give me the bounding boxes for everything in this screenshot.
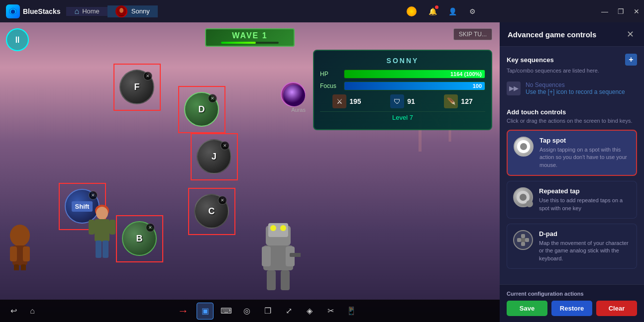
key-b-badge: ✕ <box>146 223 155 232</box>
key-sequences-section: Key sequences + Tap/combo sequences are … <box>507 54 637 99</box>
key-f-control[interactable]: ✕ F <box>119 70 154 104</box>
back-btn[interactable]: ↩ <box>5 303 22 320</box>
dpad-desc: Map the movement of your character or th… <box>539 240 631 262</box>
phone-btn[interactable]: 📱 <box>343 303 360 320</box>
tab-home-label: Home <box>82 7 100 15</box>
focus-fill <box>344 82 485 90</box>
window-controls: — ❐ ✕ <box>597 4 644 18</box>
clear-button[interactable]: Clear <box>596 301 637 316</box>
hud-title: SONNY <box>320 57 485 65</box>
key-c-badge: ✕ <box>218 196 227 205</box>
level-display: Level 7 <box>320 111 485 123</box>
hp-label: HP <box>320 71 340 78</box>
panel-title: Advanced game controls <box>508 30 596 39</box>
wave-hp-bar <box>221 42 279 44</box>
svg-rect-48 <box>521 238 525 242</box>
stat-speed-value: 127 <box>461 97 472 105</box>
shield-icon: 🛡 <box>390 94 404 108</box>
repeated-tap-icon <box>513 187 533 207</box>
repeated-tap-content: Repeated tap Use this to add repeated ta… <box>539 187 631 212</box>
home-btn[interactable]: ⌂ <box>24 303 41 320</box>
title-bar-left: BlueStacks ⌂ Home Sonny <box>0 4 289 18</box>
skip-button[interactable]: SKIP TU... <box>453 28 492 40</box>
bluestacks-logo[interactable]: BlueStacks <box>0 4 66 18</box>
panel-header: Advanced game controls ✕ <box>500 22 644 47</box>
svg-rect-47 <box>525 238 529 242</box>
svg-rect-36 <box>10 246 17 261</box>
svg-rect-46 <box>517 238 521 242</box>
restore-btn[interactable]: ❐ <box>613 4 628 18</box>
wave-banner: WAVE 1 <box>205 28 295 47</box>
key-c-control[interactable]: ✕ C <box>194 194 229 229</box>
tab-game[interactable]: Sonny <box>107 5 158 17</box>
svg-rect-30 <box>262 246 271 266</box>
key-b-control[interactable]: ✕ B <box>122 221 157 256</box>
config-title: Current configuration actions <box>507 291 637 297</box>
wave-label: WAVE 1 <box>221 31 279 40</box>
right-panel: Advanced game controls ✕ Key sequences +… <box>500 22 644 322</box>
panel-body: Key sequences + Tap/combo sequences are … <box>500 47 644 284</box>
stat-speed: 🪶 127 <box>444 94 472 108</box>
dpad-title: D-pad <box>539 230 631 238</box>
minimize-btn[interactable]: — <box>597 4 612 18</box>
keyboard-btn[interactable]: ⌨ <box>217 303 234 320</box>
settings-btn[interactable]: ⚙ <box>465 4 479 18</box>
profile-btn[interactable]: 👤 <box>445 4 459 18</box>
touch-controls-title: Add touch controls <box>507 108 637 116</box>
tab-home[interactable]: ⌂ Home <box>66 7 107 16</box>
tap-spot-desc: Assign tapping on a spot with this actio… <box>539 146 630 169</box>
svg-point-3 <box>119 8 123 13</box>
sequence-info: No Sequences Use the [+] icon to record … <box>526 81 625 95</box>
svg-point-16 <box>283 84 305 106</box>
svg-rect-22 <box>89 220 95 235</box>
repeated-tap-card[interactable]: Repeated tap Use this to add repeated ta… <box>507 181 637 219</box>
scissors-btn[interactable]: ✂ <box>322 303 339 320</box>
arrow-right-icon: → <box>178 305 189 318</box>
restore-button[interactable]: Restore <box>551 301 592 316</box>
add-touch-controls-section: Add touch controls Click or drag the act… <box>507 108 637 269</box>
hp-row: HP 1164 (100%) <box>320 70 485 79</box>
notification-btn[interactable]: 🔔 <box>426 4 439 18</box>
focus-value: 100 <box>473 83 482 89</box>
coin-display: ● <box>407 6 420 16</box>
no-sequences-hint: Use the [+] icon to record a sequence <box>526 88 625 95</box>
panel-close-btn[interactable]: ✕ <box>624 28 636 40</box>
touch-controls-sub: Click or drag the actions on the screen … <box>507 118 637 124</box>
close-btn[interactable]: ✕ <box>629 4 644 18</box>
key-sequences-title: Key sequences <box>507 56 554 64</box>
bottom-toolbar: ↩ ⌂ → ▣ ⌨ ◎ ❐ ⤢ ◈ ✂ 📱 <box>0 300 500 322</box>
svg-rect-45 <box>521 242 525 246</box>
hp-bar: 1164 (100%) <box>344 70 485 79</box>
tap-spot-card[interactable]: Tap spot Assign tapping on a spot with t… <box>507 130 637 176</box>
key-j-label: J <box>212 152 216 162</box>
camera-btn[interactable]: ◎ <box>238 303 255 320</box>
dpad-content: D-pad Map the movement of your character… <box>539 230 631 262</box>
key-shift-badge: ✕ <box>89 191 98 200</box>
copy-btn[interactable]: ❐ <box>259 303 276 320</box>
svg-rect-32 <box>281 270 290 290</box>
svg-point-26 <box>270 225 276 231</box>
location-btn[interactable]: ◈ <box>301 303 318 320</box>
main-content: ⏸ WAVE 1 SKIP TU... Auras ✕ F <box>0 22 644 322</box>
svg-rect-37 <box>23 246 30 261</box>
title-center: ● 🔔 👤 ⚙ <box>289 4 597 18</box>
svg-rect-31 <box>267 270 276 290</box>
no-sequences: ▶▶ No Sequences Use the [+] icon to reco… <box>507 78 637 99</box>
screen-control-btn[interactable]: ▣ <box>197 303 214 320</box>
add-sequence-btn[interactable]: + <box>625 54 637 66</box>
game-avatar <box>115 5 127 17</box>
key-d-label: D <box>199 104 205 115</box>
save-button[interactable]: Save <box>507 301 547 316</box>
dpad-card[interactable]: D-pad Map the movement of your character… <box>507 224 637 269</box>
resize-btn[interactable]: ⤢ <box>280 303 297 320</box>
svg-rect-44 <box>521 234 525 238</box>
svg-rect-21 <box>103 241 108 258</box>
key-j-control[interactable]: ✕ J <box>197 139 231 174</box>
player-character <box>85 201 119 267</box>
stat-attack: ⚔ 195 <box>332 94 361 108</box>
pause-button[interactable]: ⏸ <box>6 28 29 51</box>
key-d-control[interactable]: ✕ D <box>184 92 219 127</box>
game-hud: SONNY HP 1164 (100%) Focus 100 ⚔ 195 <box>313 50 492 130</box>
key-b-label: B <box>136 234 143 244</box>
svg-rect-33 <box>290 253 301 257</box>
